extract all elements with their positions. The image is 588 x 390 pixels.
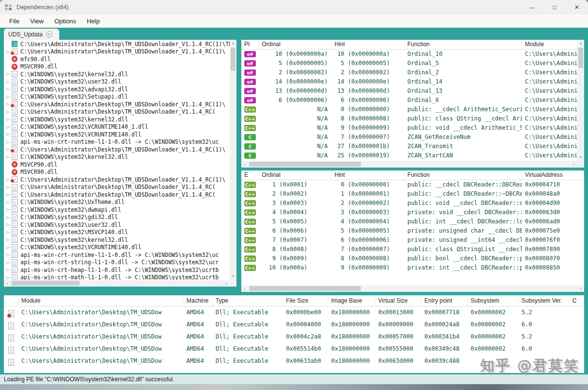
tree-item[interactable]: C:\WINDOWS\system32\kernel32.dll <box>4 236 230 244</box>
column-header-c[interactable]: C <box>570 295 584 306</box>
expand-arrow-icon[interactable] <box>5 117 11 121</box>
tree-item[interactable]: C:\Users\Administrator\Desktop\TM_UDSDow… <box>4 48 230 56</box>
column-header-image-base[interactable]: Image Base <box>328 295 375 306</box>
expand-arrow-icon[interactable] <box>5 237 11 242</box>
column-header-ordinal[interactable]: Ordinal <box>259 40 332 49</box>
expand-arrow-icon[interactable] <box>5 207 11 212</box>
tree-item[interactable]: C:\WINDOWS\system32\kernel32.dll <box>4 153 230 161</box>
tree-item[interactable]: MSVCR90.dll <box>4 169 230 176</box>
tree-item[interactable]: C:\Users\Administrator\Desktop\TM_UDSDow… <box>4 101 230 108</box>
tree-item[interactable]: C:\Users\Administrator\Desktop\TM_UDSDow… <box>4 191 230 199</box>
tree-item[interactable]: C:\WINDOWS\system32\user32.dll <box>4 221 230 229</box>
imports-horizontal-scrollbar[interactable] <box>241 161 577 168</box>
tree-item[interactable]: C:\Users\Administrator\Desktop\TM_UDSDow… <box>4 146 230 153</box>
module-row[interactable]: C:\Users\Administrator\Desktop\TM_UDSDow… <box>4 306 584 319</box>
column-header-hint[interactable]: Hint <box>332 40 404 49</box>
tree-item[interactable]: MSVCP90.dll <box>4 161 230 169</box>
tree-item[interactable]: C:\Users\Administrator\Desktop\TM_UDSDow… <box>4 40 230 48</box>
module-row[interactable]: C:\Users\Administrator\Desktop\TM_UDSDow… <box>4 319 584 331</box>
import-row[interactable]: C++N/A8 (0x00000008)public: class QStrin… <box>241 114 577 123</box>
import-row[interactable]: o#6 (0x00000006)6 (0x00000006)Ordinal_6C… <box>241 96 577 105</box>
column-header-module[interactable]: Module <box>18 295 184 306</box>
tab-uds-updata[interactable]: UDS_Updata <box>4 29 59 40</box>
maximize-button[interactable] <box>543 0 566 15</box>
export-row[interactable]: C++2 (0x0002)1 (0x00000001)public: __cde… <box>241 189 584 199</box>
imports-hscroll-thumb[interactable] <box>249 162 361 167</box>
expand-arrow-icon[interactable] <box>5 125 11 129</box>
tree-hscroll-thumb[interactable] <box>12 281 80 286</box>
tree-item[interactable]: C:\WINDOWS\system32\VCRUNTIME140_1.dll <box>4 123 230 131</box>
tree-item[interactable]: C:\WINDOWS\system32\Setupapi.dll <box>4 93 230 101</box>
tree-item[interactable]: C:\Users\Administrator\Desktop\TM_UDSDow… <box>4 108 230 116</box>
column-header-virtualaddress[interactable]: VirtualAddress <box>522 170 584 180</box>
column-header-pi[interactable]: PI <box>241 40 259 49</box>
column-header-ordinal[interactable]: Ordinal <box>259 170 332 180</box>
column-header-subsystem-ver[interactable]: Subsystem Ver. <box>519 295 570 306</box>
expand-arrow-icon[interactable] <box>5 140 11 144</box>
scroll-down-icon[interactable] <box>577 154 584 161</box>
minimize-button[interactable] <box>521 0 543 15</box>
column-header-entry-point[interactable]: Entry point <box>421 295 468 306</box>
tree-item[interactable]: C:\WINDOWS\system32\kernel32.dll <box>4 70 230 78</box>
expand-arrow-icon[interactable] <box>5 72 11 76</box>
expand-arrow-icon[interactable] <box>5 253 11 257</box>
expand-arrow-icon[interactable] <box>5 275 11 280</box>
tree-horizontal-scrollbar[interactable] <box>4 280 230 287</box>
tree-item[interactable]: C:\Users\Administrator\Desktop\TM_UDSDow… <box>4 184 230 191</box>
scroll-up-icon[interactable] <box>230 40 236 47</box>
column-header-function[interactable]: Function <box>404 170 522 180</box>
scroll-left-icon[interactable] <box>241 161 248 168</box>
menu-view[interactable]: View <box>25 16 49 27</box>
tree-item[interactable]: mfc90.dll <box>4 55 230 63</box>
tree-vscroll-thumb[interactable] <box>231 48 235 71</box>
export-row[interactable]: C++8 (0x0008)7 (0x00000007)public: class… <box>241 245 584 254</box>
tree-item[interactable]: C:\WINDOWS\system32\UxTheme.dll <box>4 199 230 206</box>
tree-item[interactable]: api-ms-win-crt-runtime-l1-1-0.dll -> C:\… <box>4 251 230 259</box>
expand-arrow-icon[interactable] <box>5 87 11 91</box>
scroll-left-icon[interactable] <box>4 280 11 287</box>
expand-arrow-icon[interactable] <box>5 80 11 84</box>
scroll-right-icon[interactable] <box>571 161 577 168</box>
export-row[interactable]: C++4 (0x0004)3 (0x00000003)private: void… <box>241 208 584 217</box>
expand-arrow-icon[interactable] <box>5 260 11 265</box>
expand-arrow-icon[interactable] <box>5 192 11 197</box>
column-header-type[interactable]: Type <box>213 295 283 306</box>
expand-arrow-icon[interactable] <box>5 95 11 99</box>
tree-item[interactable]: api-ms-win-crt-math-l1-1-0.dll -> C:\WIN… <box>4 274 230 280</box>
scroll-up-icon[interactable] <box>577 40 584 47</box>
tree-item[interactable]: C:\WINDOWS\system32\gdi32.dll <box>4 214 230 221</box>
import-row[interactable]: o#5 (0x00000005)5 (0x00000005)Ordinal_5C… <box>241 59 577 68</box>
column-header-subsystem[interactable]: Subsystem <box>468 295 519 306</box>
import-row[interactable]: C++N/A0 (0x00000000)public: __cdecl Arit… <box>241 105 577 114</box>
tree-item[interactable]: api-ms-win-crt-heap-l1-1-0.dll -> C:\WIN… <box>4 266 230 274</box>
expand-arrow-icon[interactable] <box>5 110 11 114</box>
tree-item[interactable]: api-ms-win-crt-string-l1-1-0.dll -> C:\W… <box>4 259 230 267</box>
tree-item[interactable]: C:\Users\Administrator\Desktop\TM_UDSDow… <box>4 176 230 184</box>
export-row[interactable]: C++9 (0x0009)8 (0x00000008)public: bool … <box>241 254 584 263</box>
exports-hscroll-thumb[interactable] <box>249 286 361 291</box>
tree-item[interactable]: C:\WINDOWS\system32\VCRUNTIME140.dll <box>4 131 230 138</box>
menu-file[interactable]: File <box>4 16 25 27</box>
export-row[interactable]: C++7 (0x0007)6 (0x00000006)private: unsi… <box>241 236 584 245</box>
scroll-down-icon[interactable] <box>230 273 236 280</box>
scroll-left-icon[interactable] <box>241 285 248 292</box>
scroll-right-icon[interactable] <box>223 280 230 287</box>
export-row[interactable]: C++6 (0x0006)5 (0x00000005)private: unsi… <box>241 226 584 236</box>
import-row[interactable]: CN/A7 (0x00000007)ZCAN_GetReceiveNumC:\U… <box>241 133 577 142</box>
tree-item[interactable]: C:\WINDOWS\system32\advapi32.dll <box>4 85 230 93</box>
exports-horizontal-scrollbar[interactable] <box>241 285 584 292</box>
tree-item[interactable]: C:\WINDOWS\system32\VCRUNTIME140.dll <box>4 244 230 252</box>
expand-arrow-icon[interactable] <box>5 268 11 272</box>
import-row[interactable]: CN/A27 (0x0000001b)ZCAN_TransmitC:\Users… <box>241 142 577 151</box>
tree-vertical-scrollbar[interactable] <box>230 40 236 280</box>
expand-arrow-icon[interactable] <box>5 200 11 204</box>
import-row[interactable]: C++N/A9 (0x00000009)public: void __cdecl… <box>241 123 577 133</box>
column-header-e[interactable]: E <box>241 170 259 180</box>
expand-arrow-icon[interactable] <box>5 230 11 235</box>
tree-item[interactable]: C:\WINDOWS\system32\dwmapi.dll <box>4 206 230 214</box>
imports-vscroll-thumb[interactable] <box>578 48 583 68</box>
tab-close-icon[interactable] <box>46 31 52 37</box>
tree-item[interactable]: C:\WINDOWS\system32\user32.dll <box>4 78 230 86</box>
imports-vertical-scrollbar[interactable] <box>577 40 584 161</box>
export-row[interactable]: C++10 (0x000a)9 (0x00000009)private: int… <box>241 263 584 272</box>
